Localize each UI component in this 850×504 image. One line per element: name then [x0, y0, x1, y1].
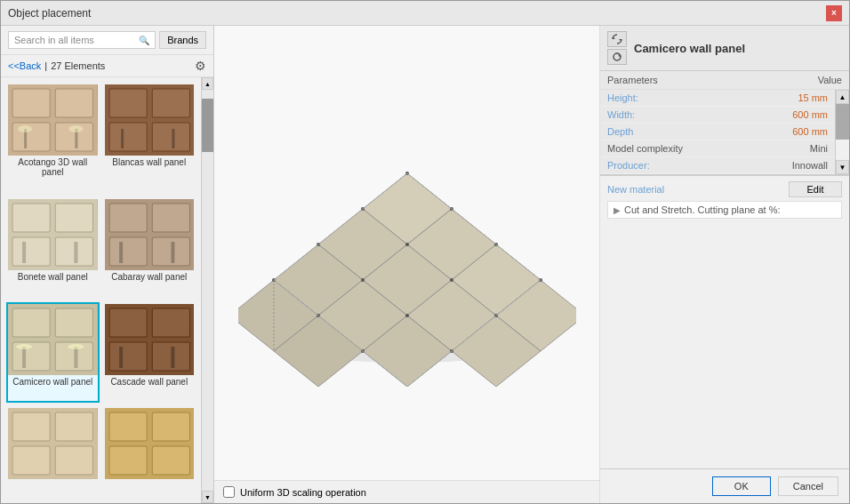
scroll-down-arrow[interactable]: ▼: [202, 491, 213, 503]
svg-point-82: [405, 314, 409, 317]
right-scroll-track: [836, 104, 849, 160]
item-bonete[interactable]: Bonete wall panel: [6, 197, 100, 299]
viewport: Uniform 3D scaling operation: [214, 26, 600, 503]
expand-icon[interactable]: ▶: [613, 205, 621, 215]
brands-button[interactable]: Brands: [159, 31, 206, 49]
params-col-name: Parameters: [607, 75, 818, 85]
settings-icon[interactable]: ⚙: [195, 59, 206, 73]
svg-rect-12: [109, 123, 147, 151]
right-panel-spacer: [600, 224, 849, 468]
panel-3d-svg: [238, 120, 576, 387]
svg-rect-41: [152, 308, 189, 337]
left-panel: Search in all items 🔍 Brands <<Back | 27…: [1, 26, 214, 503]
material-row: New material Edit: [607, 181, 842, 197]
item-camicero[interactable]: Camicero wall panel: [6, 302, 100, 404]
item-extra1[interactable]: [6, 406, 100, 498]
thumb-svg-extra2: [105, 408, 195, 479]
svg-rect-54: [109, 446, 147, 475]
ok-button[interactable]: OK: [712, 476, 771, 496]
panel-title: Camicero wall panel: [634, 42, 745, 55]
param-name-width: Width:: [607, 109, 792, 120]
param-value-height: 15 mm: [798, 92, 828, 103]
refresh-icon-btn[interactable]: [607, 49, 627, 65]
svg-rect-28: [119, 242, 123, 263]
search-icon: 🔍: [139, 36, 149, 45]
cut-stretch-label: Cut and Stretch. Cutting plane at %:: [624, 204, 781, 215]
item-extra2[interactable]: [103, 406, 196, 498]
thumb-svg-cascade: [105, 304, 195, 375]
thumb-svg-extra1: [8, 408, 98, 479]
panel-header: Camicero wall panel: [600, 26, 849, 71]
item-blancas[interactable]: Blancas wall panel: [103, 83, 196, 194]
param-height: Height: 15 mm: [600, 90, 835, 107]
right-scroll-up[interactable]: ▲: [836, 90, 849, 104]
svg-rect-3: [12, 123, 50, 151]
param-value-complexity: Mini: [810, 143, 828, 154]
param-name-producer: Producer:: [607, 160, 792, 171]
svg-rect-50: [55, 446, 92, 475]
svg-point-7: [18, 125, 32, 132]
cancel-button[interactable]: Cancel: [778, 476, 838, 496]
items-scroll-container: Acotango 3D wall panel: [1, 77, 213, 503]
param-name-depth: Depth: [607, 126, 792, 137]
svg-point-75: [405, 243, 409, 246]
right-scroll-down[interactable]: ▼: [836, 160, 849, 174]
close-button[interactable]: ×: [826, 5, 842, 21]
thumb-svg-camicero: [8, 304, 98, 375]
thumb-svg-cabaray: [105, 199, 195, 270]
items-scrollbar[interactable]: ▲ ▼: [201, 77, 213, 503]
scroll-up-arrow[interactable]: ▲: [202, 77, 213, 90]
refresh-icon: [612, 52, 622, 62]
svg-rect-48: [55, 412, 92, 441]
svg-rect-1: [12, 89, 50, 117]
search-placeholder: Search in all items: [14, 35, 94, 45]
param-name-height: Height:: [607, 92, 798, 103]
material-section: New material Edit ▶ Cut and Stretch. Cut…: [600, 175, 849, 224]
svg-rect-19: [12, 237, 50, 266]
item-thumb-camicero: [8, 304, 98, 375]
thumb-svg-bonete: [8, 199, 98, 270]
uniform-scaling-label: Uniform 3D scaling operation: [240, 487, 366, 498]
nav-left: <<Back | 27 Elements: [8, 60, 105, 71]
svg-rect-43: [152, 342, 189, 371]
cut-stretch-row: ▶ Cut and Stretch. Cutting plane at %:: [607, 201, 842, 219]
item-label-cabaray: Cabaray wall panel: [109, 270, 188, 284]
svg-rect-31: [12, 308, 50, 337]
svg-rect-55: [152, 446, 189, 475]
svg-rect-32: [55, 308, 92, 337]
item-thumb-extra2: [105, 408, 195, 479]
item-label-camicero: Camicero wall panel: [11, 375, 94, 388]
svg-rect-17: [12, 204, 50, 232]
edit-material-button[interactable]: Edit: [789, 181, 842, 197]
rotate-icon-btn[interactable]: [607, 31, 627, 47]
search-box[interactable]: Search in all items 🔍: [8, 31, 156, 49]
right-panel: Camicero wall panel Parameters Value Hei…: [600, 26, 849, 503]
param-name-complexity: Model complexity: [607, 143, 810, 154]
right-scrollbar[interactable]: ▲ ▼: [835, 90, 849, 174]
svg-rect-14: [121, 129, 124, 148]
item-acotango[interactable]: Acotango 3D wall panel: [6, 83, 100, 194]
main-content: Search in all items 🔍 Brands <<Back | 27…: [1, 26, 849, 503]
item-cabaray[interactable]: Cabaray wall panel: [103, 197, 196, 299]
params-header: Parameters Value: [600, 71, 849, 90]
item-thumb-bonete: [8, 199, 98, 270]
svg-point-8: [68, 125, 83, 132]
item-label-bonete: Bonete wall panel: [16, 270, 90, 284]
param-value-producer: Innowall: [792, 160, 828, 171]
panel-header-icons: [607, 31, 629, 65]
right-scroll-thumb[interactable]: [836, 104, 849, 140]
param-width: Width: 600 mm: [600, 107, 835, 124]
item-label-extra1: [51, 479, 54, 483]
item-cascade[interactable]: Cascade wall panel: [103, 302, 196, 404]
scroll-thumb[interactable]: [202, 99, 213, 152]
nav-separator: |: [44, 60, 47, 71]
uniform-scaling-checkbox[interactable]: [223, 486, 235, 498]
param-value-depth: 600 mm: [792, 126, 828, 137]
svg-rect-22: [74, 242, 77, 263]
svg-rect-26: [109, 237, 147, 266]
svg-rect-52: [109, 412, 147, 441]
scroll-track: [202, 90, 213, 491]
back-link[interactable]: <<Back: [8, 60, 41, 71]
right-panel-params-content: Height: 15 mm Width: 600 mm Depth 600 mm: [600, 90, 849, 174]
svg-rect-10: [109, 89, 147, 117]
